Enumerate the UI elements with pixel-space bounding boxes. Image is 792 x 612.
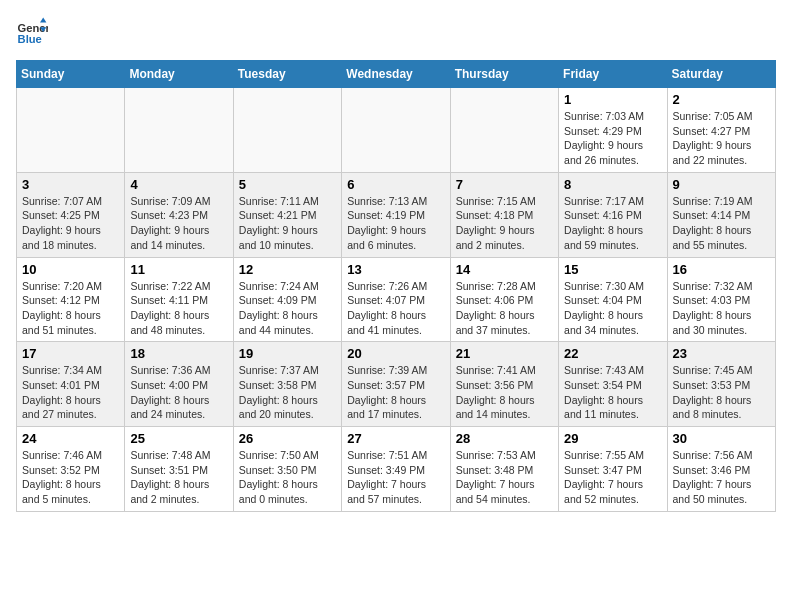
day-number: 2	[673, 92, 770, 107]
calendar-cell: 28Sunrise: 7:53 AM Sunset: 3:48 PM Dayli…	[450, 427, 558, 512]
calendar-cell: 19Sunrise: 7:37 AM Sunset: 3:58 PM Dayli…	[233, 342, 341, 427]
day-info: Sunrise: 7:41 AM Sunset: 3:56 PM Dayligh…	[456, 363, 553, 422]
header-monday: Monday	[125, 61, 233, 88]
day-info: Sunrise: 7:32 AM Sunset: 4:03 PM Dayligh…	[673, 279, 770, 338]
day-number: 20	[347, 346, 444, 361]
day-info: Sunrise: 7:48 AM Sunset: 3:51 PM Dayligh…	[130, 448, 227, 507]
day-number: 13	[347, 262, 444, 277]
calendar-cell: 24Sunrise: 7:46 AM Sunset: 3:52 PM Dayli…	[17, 427, 125, 512]
calendar-cell: 9Sunrise: 7:19 AM Sunset: 4:14 PM Daylig…	[667, 172, 775, 257]
calendar-cell: 29Sunrise: 7:55 AM Sunset: 3:47 PM Dayli…	[559, 427, 667, 512]
week-row-1: 3Sunrise: 7:07 AM Sunset: 4:25 PM Daylig…	[17, 172, 776, 257]
day-number: 22	[564, 346, 661, 361]
calendar-header: SundayMondayTuesdayWednesdayThursdayFrid…	[17, 61, 776, 88]
day-number: 16	[673, 262, 770, 277]
svg-text:Blue: Blue	[18, 33, 42, 45]
calendar-cell: 30Sunrise: 7:56 AM Sunset: 3:46 PM Dayli…	[667, 427, 775, 512]
calendar-cell: 25Sunrise: 7:48 AM Sunset: 3:51 PM Dayli…	[125, 427, 233, 512]
day-info: Sunrise: 7:36 AM Sunset: 4:00 PM Dayligh…	[130, 363, 227, 422]
day-number: 4	[130, 177, 227, 192]
calendar-cell: 23Sunrise: 7:45 AM Sunset: 3:53 PM Dayli…	[667, 342, 775, 427]
calendar-body: 1Sunrise: 7:03 AM Sunset: 4:29 PM Daylig…	[17, 88, 776, 512]
calendar-cell: 15Sunrise: 7:30 AM Sunset: 4:04 PM Dayli…	[559, 257, 667, 342]
calendar-cell: 17Sunrise: 7:34 AM Sunset: 4:01 PM Dayli…	[17, 342, 125, 427]
calendar-cell: 10Sunrise: 7:20 AM Sunset: 4:12 PM Dayli…	[17, 257, 125, 342]
calendar-cell: 18Sunrise: 7:36 AM Sunset: 4:00 PM Dayli…	[125, 342, 233, 427]
calendar-cell: 8Sunrise: 7:17 AM Sunset: 4:16 PM Daylig…	[559, 172, 667, 257]
day-number: 8	[564, 177, 661, 192]
day-info: Sunrise: 7:55 AM Sunset: 3:47 PM Dayligh…	[564, 448, 661, 507]
calendar-cell: 16Sunrise: 7:32 AM Sunset: 4:03 PM Dayli…	[667, 257, 775, 342]
day-info: Sunrise: 7:17 AM Sunset: 4:16 PM Dayligh…	[564, 194, 661, 253]
day-number: 28	[456, 431, 553, 446]
calendar-cell	[233, 88, 341, 173]
page-header: General Blue	[16, 16, 776, 48]
day-info: Sunrise: 7:20 AM Sunset: 4:12 PM Dayligh…	[22, 279, 119, 338]
day-number: 30	[673, 431, 770, 446]
calendar-cell: 4Sunrise: 7:09 AM Sunset: 4:23 PM Daylig…	[125, 172, 233, 257]
day-info: Sunrise: 7:45 AM Sunset: 3:53 PM Dayligh…	[673, 363, 770, 422]
day-info: Sunrise: 7:07 AM Sunset: 4:25 PM Dayligh…	[22, 194, 119, 253]
day-number: 10	[22, 262, 119, 277]
logo: General Blue	[16, 16, 48, 48]
day-number: 24	[22, 431, 119, 446]
day-info: Sunrise: 7:03 AM Sunset: 4:29 PM Dayligh…	[564, 109, 661, 168]
day-number: 18	[130, 346, 227, 361]
day-info: Sunrise: 7:13 AM Sunset: 4:19 PM Dayligh…	[347, 194, 444, 253]
day-info: Sunrise: 7:39 AM Sunset: 3:57 PM Dayligh…	[347, 363, 444, 422]
calendar-cell: 1Sunrise: 7:03 AM Sunset: 4:29 PM Daylig…	[559, 88, 667, 173]
header-friday: Friday	[559, 61, 667, 88]
day-number: 14	[456, 262, 553, 277]
day-number: 3	[22, 177, 119, 192]
calendar-cell	[125, 88, 233, 173]
day-info: Sunrise: 7:43 AM Sunset: 3:54 PM Dayligh…	[564, 363, 661, 422]
header-tuesday: Tuesday	[233, 61, 341, 88]
calendar-cell: 27Sunrise: 7:51 AM Sunset: 3:49 PM Dayli…	[342, 427, 450, 512]
day-number: 17	[22, 346, 119, 361]
calendar-cell	[17, 88, 125, 173]
calendar-cell: 20Sunrise: 7:39 AM Sunset: 3:57 PM Dayli…	[342, 342, 450, 427]
day-info: Sunrise: 7:30 AM Sunset: 4:04 PM Dayligh…	[564, 279, 661, 338]
day-info: Sunrise: 7:22 AM Sunset: 4:11 PM Dayligh…	[130, 279, 227, 338]
calendar-cell	[342, 88, 450, 173]
day-info: Sunrise: 7:37 AM Sunset: 3:58 PM Dayligh…	[239, 363, 336, 422]
calendar-cell: 7Sunrise: 7:15 AM Sunset: 4:18 PM Daylig…	[450, 172, 558, 257]
day-number: 19	[239, 346, 336, 361]
day-number: 12	[239, 262, 336, 277]
day-number: 21	[456, 346, 553, 361]
day-number: 11	[130, 262, 227, 277]
header-thursday: Thursday	[450, 61, 558, 88]
day-info: Sunrise: 7:19 AM Sunset: 4:14 PM Dayligh…	[673, 194, 770, 253]
day-number: 6	[347, 177, 444, 192]
day-info: Sunrise: 7:26 AM Sunset: 4:07 PM Dayligh…	[347, 279, 444, 338]
day-info: Sunrise: 7:56 AM Sunset: 3:46 PM Dayligh…	[673, 448, 770, 507]
day-info: Sunrise: 7:11 AM Sunset: 4:21 PM Dayligh…	[239, 194, 336, 253]
calendar-cell: 13Sunrise: 7:26 AM Sunset: 4:07 PM Dayli…	[342, 257, 450, 342]
calendar-cell: 14Sunrise: 7:28 AM Sunset: 4:06 PM Dayli…	[450, 257, 558, 342]
day-number: 15	[564, 262, 661, 277]
week-row-3: 17Sunrise: 7:34 AM Sunset: 4:01 PM Dayli…	[17, 342, 776, 427]
calendar-table: SundayMondayTuesdayWednesdayThursdayFrid…	[16, 60, 776, 512]
calendar-cell: 11Sunrise: 7:22 AM Sunset: 4:11 PM Dayli…	[125, 257, 233, 342]
header-wednesday: Wednesday	[342, 61, 450, 88]
day-number: 1	[564, 92, 661, 107]
calendar-cell: 2Sunrise: 7:05 AM Sunset: 4:27 PM Daylig…	[667, 88, 775, 173]
calendar-cell: 22Sunrise: 7:43 AM Sunset: 3:54 PM Dayli…	[559, 342, 667, 427]
day-info: Sunrise: 7:15 AM Sunset: 4:18 PM Dayligh…	[456, 194, 553, 253]
day-info: Sunrise: 7:28 AM Sunset: 4:06 PM Dayligh…	[456, 279, 553, 338]
calendar-cell	[450, 88, 558, 173]
day-number: 26	[239, 431, 336, 446]
day-info: Sunrise: 7:05 AM Sunset: 4:27 PM Dayligh…	[673, 109, 770, 168]
week-row-4: 24Sunrise: 7:46 AM Sunset: 3:52 PM Dayli…	[17, 427, 776, 512]
week-row-0: 1Sunrise: 7:03 AM Sunset: 4:29 PM Daylig…	[17, 88, 776, 173]
calendar-cell: 3Sunrise: 7:07 AM Sunset: 4:25 PM Daylig…	[17, 172, 125, 257]
day-info: Sunrise: 7:34 AM Sunset: 4:01 PM Dayligh…	[22, 363, 119, 422]
header-sunday: Sunday	[17, 61, 125, 88]
calendar-cell: 12Sunrise: 7:24 AM Sunset: 4:09 PM Dayli…	[233, 257, 341, 342]
calendar-cell: 6Sunrise: 7:13 AM Sunset: 4:19 PM Daylig…	[342, 172, 450, 257]
day-info: Sunrise: 7:51 AM Sunset: 3:49 PM Dayligh…	[347, 448, 444, 507]
calendar-cell: 5Sunrise: 7:11 AM Sunset: 4:21 PM Daylig…	[233, 172, 341, 257]
day-number: 9	[673, 177, 770, 192]
day-info: Sunrise: 7:53 AM Sunset: 3:48 PM Dayligh…	[456, 448, 553, 507]
day-info: Sunrise: 7:24 AM Sunset: 4:09 PM Dayligh…	[239, 279, 336, 338]
